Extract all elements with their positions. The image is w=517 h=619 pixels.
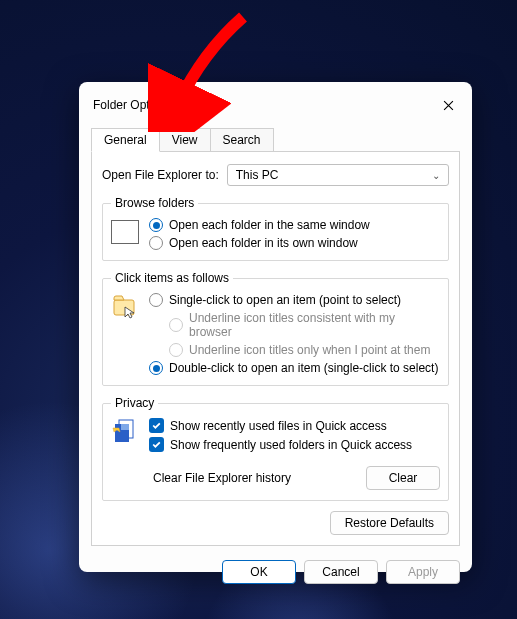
- window-title: Folder Options: [93, 98, 432, 112]
- open-to-label: Open File Explorer to:: [102, 168, 219, 182]
- titlebar: Folder Options: [79, 82, 472, 124]
- chevron-down-icon: ⌄: [432, 170, 440, 181]
- close-icon: [443, 100, 454, 111]
- radio-same-window[interactable]: Open each folder in the same window: [149, 218, 440, 232]
- folder-options-dialog: Folder Options General View Search Open …: [79, 82, 472, 572]
- radio-icon: [149, 236, 163, 250]
- radio-underline-browser: Underline icon titles consistent with my…: [169, 311, 440, 339]
- tab-general[interactable]: General: [91, 128, 160, 152]
- privacy-group: Privacy Show recently used files in Quic…: [102, 396, 449, 501]
- tab-strip: General View Search: [91, 128, 460, 151]
- radio-icon: [149, 293, 163, 307]
- radio-icon: [149, 361, 163, 375]
- radio-single-click[interactable]: Single-click to open an item (point to s…: [149, 293, 440, 307]
- privacy-legend: Privacy: [111, 396, 158, 410]
- tab-content: Open File Explorer to: This PC ⌄ Browse …: [91, 151, 460, 546]
- browse-legend: Browse folders: [111, 196, 198, 210]
- radio-own-window[interactable]: Open each folder in its own window: [149, 236, 440, 250]
- browse-folders-group: Browse folders Open each folder in the s…: [102, 196, 449, 261]
- window-icon: [111, 220, 139, 244]
- checkbox-recent-files[interactable]: Show recently used files in Quick access: [149, 418, 440, 433]
- open-to-select[interactable]: This PC ⌄: [227, 164, 449, 186]
- radio-underline-point: Underline icon titles only when I point …: [169, 343, 440, 357]
- checkbox-icon: [149, 437, 164, 452]
- close-button[interactable]: [432, 92, 464, 118]
- checkbox-frequent-folders[interactable]: Show frequently used folders in Quick ac…: [149, 437, 440, 452]
- tab-search[interactable]: Search: [210, 128, 274, 151]
- quick-access-icon: [111, 418, 139, 444]
- click-items-group: Click items as follows Single-click to o…: [102, 271, 449, 386]
- ok-button[interactable]: OK: [222, 560, 296, 584]
- apply-button[interactable]: Apply: [386, 560, 460, 584]
- dialog-footer: OK Cancel Apply: [79, 554, 472, 598]
- cancel-button[interactable]: Cancel: [304, 560, 378, 584]
- checkbox-icon: [149, 418, 164, 433]
- open-to-value: This PC: [236, 168, 279, 182]
- clear-history-label: Clear File Explorer history: [153, 471, 291, 485]
- tab-view[interactable]: View: [159, 128, 211, 151]
- folder-cursor-icon: [111, 293, 139, 321]
- restore-defaults-button[interactable]: Restore Defaults: [330, 511, 449, 535]
- radio-icon: [169, 343, 183, 357]
- clear-button[interactable]: Clear: [366, 466, 440, 490]
- click-legend: Click items as follows: [111, 271, 233, 285]
- radio-double-click[interactable]: Double-click to open an item (single-cli…: [149, 361, 440, 375]
- radio-icon: [149, 218, 163, 232]
- radio-icon: [169, 318, 183, 332]
